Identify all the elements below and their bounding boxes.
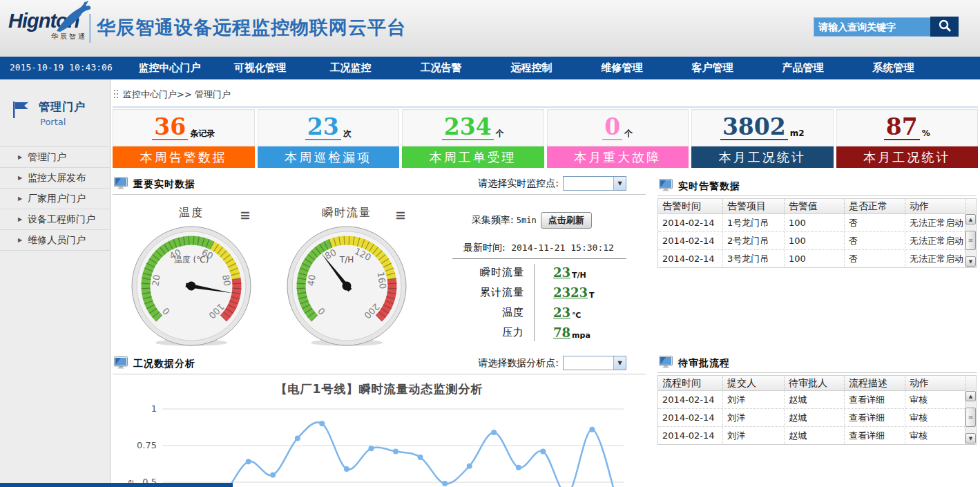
collect-frequency-value: 5min — [517, 216, 537, 225]
column-header: 动作 — [905, 199, 966, 213]
nav-item[interactable]: 维修管理 — [577, 61, 667, 75]
stat-card-label[interactable]: 本周告警数据 — [113, 146, 255, 168]
reading-unit: mpa — [572, 331, 590, 340]
table-cell: 无法正常启动 — [905, 232, 966, 249]
svg-text:1: 1 — [151, 403, 157, 414]
stat-value[interactable]: 234 — [442, 115, 494, 140]
chart-point — [442, 481, 448, 486]
stat-value[interactable]: 87 — [884, 115, 920, 140]
column-header: 告警项目 — [723, 199, 785, 213]
search-input[interactable] — [814, 17, 931, 37]
table-scrollbar[interactable]: ▲ ≡ ▼ — [965, 390, 976, 444]
nav-item[interactable]: 远程控制 — [486, 61, 577, 75]
table-cell: 否 — [845, 250, 905, 267]
analysis-point-select[interactable]: ▼ — [563, 356, 626, 370]
stat-value[interactable]: 0 — [602, 115, 622, 140]
stat-unit: m2 — [790, 128, 805, 138]
table-cell: 1号龙门吊 — [723, 214, 785, 231]
table-cell: 否 — [845, 214, 905, 231]
breadcrumb-icon — [114, 89, 118, 101]
readings-list: 瞬时流量 23 T/H 累计流量 2323 T 温度 23 ℃ 压力 78 mp… — [437, 262, 637, 343]
column-header: 提交人 — [723, 376, 785, 390]
nav-item[interactable]: 可视化管理 — [215, 61, 305, 75]
approval-panel: 待审批流程 流程时间提交人待审批人流程描述动作2014-02-14刘洋赵城查看详… — [657, 354, 977, 445]
chart-svg: 0.50.751value — [113, 401, 646, 487]
nav-item[interactable]: 产品管理 — [758, 61, 848, 75]
refresh-button[interactable]: 点击刷新 — [541, 212, 592, 229]
nav-item[interactable]: 系统管理 — [848, 61, 939, 75]
sidebar-item[interactable]: ▶ 管理门户 — [0, 146, 110, 167]
stat-card-label[interactable]: 本月重大故障 — [547, 146, 689, 168]
table-cell: 查看详细 — [845, 427, 905, 444]
page-title: 华辰智通设备远程监控物联网云平台 — [97, 15, 406, 40]
monitor-icon — [113, 177, 128, 192]
arrow-right-icon: ▶ — [18, 168, 22, 188]
monitor-point-select[interactable]: ▼ — [563, 176, 626, 191]
column-header: 待审批人 — [785, 376, 845, 390]
gauge-svg: 020406080100温度 (℃) — [129, 224, 253, 348]
stat-card-label[interactable]: 本周巡检漏项 — [258, 146, 400, 168]
stat-value[interactable]: 23 — [305, 115, 341, 140]
stat-value[interactable]: 3802 — [720, 115, 788, 140]
chart-point — [516, 465, 521, 470]
stat-value[interactable]: 36 — [152, 115, 188, 140]
scroll-thumb[interactable]: ≡ — [965, 408, 976, 427]
table-cell: 审核 — [905, 427, 966, 444]
reading-value[interactable]: 78 — [553, 325, 570, 340]
stat-card-label[interactable]: 本月工况统计 — [691, 146, 834, 168]
scroll-down-button[interactable]: ▼ — [965, 256, 976, 267]
temperature-gauge: 温度 ≡ 020406080100温度 (℃) — [129, 206, 253, 351]
table-scrollbar[interactable]: ▲ ≡ ▼ — [965, 213, 976, 267]
scroll-thumb[interactable]: ≡ — [965, 231, 976, 250]
gauge-dial: 020406080100温度 (℃) — [129, 224, 253, 351]
chart-line — [175, 422, 617, 487]
sidebar-item[interactable]: ▶ 厂家用户门户 — [0, 188, 110, 209]
search-icon — [938, 19, 952, 35]
search-button[interactable] — [930, 17, 959, 37]
table-cell: 2014-02-14 — [658, 250, 723, 267]
chart-point — [368, 446, 374, 451]
stat-card-label[interactable]: 本月工况统计 — [836, 146, 979, 168]
arrow-right-icon: ▶ — [18, 147, 22, 167]
sidebar-item[interactable]: ▶ 监控大屏发布 — [0, 167, 110, 188]
table-row: 2014-02-14刘洋赵城查看详细审核 — [658, 391, 976, 408]
stat-unit: 次 — [343, 128, 352, 140]
stat-unit: 个 — [624, 128, 633, 140]
stat-card: 0 个 本月重大故障 — [547, 109, 689, 168]
nav-item[interactable]: 工况告警 — [396, 61, 486, 75]
hamburger-menu-icon[interactable]: ≡ — [240, 206, 251, 224]
reading-row: 压力 78 mpa — [437, 323, 637, 343]
scroll-up-button[interactable]: ▲ — [965, 391, 976, 401]
main-nav: 2015-10-19 10:43:06 监控中心门户可视化管理工况监控工况告警远… — [0, 57, 980, 79]
panel-title: 工况数据分析 — [133, 358, 195, 370]
stat-card-label[interactable]: 本周工单受理 — [402, 146, 544, 168]
chart-point — [344, 466, 349, 472]
reading-value[interactable]: 23 — [553, 305, 570, 320]
scroll-up-button[interactable]: ▲ — [965, 214, 976, 225]
reading-value[interactable]: 2323 — [553, 285, 588, 300]
sidebar-item[interactable]: ▶ 设备工程师门户 — [0, 209, 110, 229]
hamburger-menu-icon[interactable]: ≡ — [395, 206, 406, 224]
sidebar-item[interactable]: ▶ 维修人员门户 — [0, 229, 110, 251]
stat-card: 36 条记录 本周告警数据 — [113, 109, 255, 168]
stat-card: 234 个 本周工单受理 — [402, 109, 544, 168]
scroll-down-button[interactable]: ▼ — [965, 433, 976, 443]
monitor-icon — [657, 179, 673, 194]
stat-unit: 个 — [496, 128, 504, 140]
content-top-divider — [113, 106, 978, 108]
nav-timestamp: 2015-10-19 10:43:06 — [10, 62, 113, 73]
svg-text:T/H: T/H — [339, 255, 354, 265]
sidebar-item-label: 设备工程师门户 — [28, 213, 95, 225]
nav-item[interactable]: 客户管理 — [667, 61, 758, 75]
chart-point — [319, 421, 325, 426]
table-cell: 赵城 — [785, 391, 845, 408]
table-row: 2014-02-14刘洋赵城查看详细审核 — [658, 426, 976, 444]
stat-unit: % — [922, 128, 930, 138]
nav-item[interactable]: 工况监控 — [305, 61, 396, 75]
table-row: 2014-02-141号龙门吊100否无法正常启动 — [658, 214, 976, 231]
chart-point — [295, 435, 300, 441]
portal-title: 管理门户 — [39, 100, 86, 115]
table-cell: 100 — [785, 232, 845, 249]
nav-item[interactable]: 监控中心门户 — [124, 61, 215, 75]
reading-value[interactable]: 23 — [553, 265, 570, 280]
